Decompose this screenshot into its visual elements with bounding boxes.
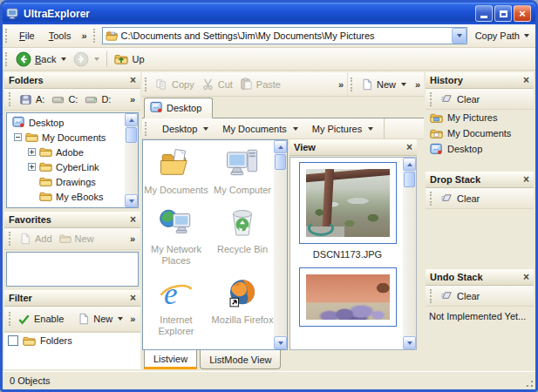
toolbar-grip[interactable] (145, 122, 148, 136)
toolbar-grip[interactable] (430, 289, 433, 303)
toolbar-grip[interactable] (351, 78, 354, 91)
menu-overflow-chevron[interactable]: » (78, 30, 90, 41)
paste-button[interactable]: Paste (236, 76, 284, 92)
copy-button[interactable]: Copy (152, 76, 198, 92)
scroll-down-button[interactable] (403, 336, 416, 349)
photo-thumbnail[interactable] (299, 267, 397, 327)
address-dropdown-button[interactable] (452, 28, 466, 44)
listview-scrollbar[interactable] (274, 140, 287, 349)
tree-item-adobe[interactable]: Adobe (9, 145, 125, 159)
drop-stack-list[interactable] (426, 209, 534, 267)
close-icon[interactable]: × (523, 174, 529, 185)
file-listview[interactable]: My Documents My Computer My Network Plac… (142, 139, 288, 350)
scroll-up-button[interactable] (274, 140, 287, 153)
tree-item-desktop[interactable]: Desktop (9, 115, 125, 130)
filter-new-button[interactable]: New (74, 311, 126, 327)
tree-item-my-ebooks[interactable]: My eBooks (9, 189, 125, 204)
listview-item-my-documents[interactable]: My Documents (143, 145, 209, 196)
tree-item-cyberlink[interactable]: CyberLink (9, 159, 125, 174)
undo-stack-clear-button[interactable]: Clear (437, 287, 483, 304)
toolbar-grip[interactable] (430, 92, 433, 106)
back-button[interactable]: Back (12, 50, 70, 69)
toolbar-grip[interactable] (9, 92, 12, 106)
tree-item-my-documents[interactable]: My Documents (9, 130, 125, 145)
scroll-down-button[interactable] (125, 194, 138, 207)
up-button[interactable]: Up (111, 51, 147, 68)
scroll-up-button[interactable] (125, 113, 138, 126)
collapse-expander[interactable] (14, 133, 22, 141)
close-button[interactable]: × (514, 5, 531, 22)
toolbar-grip[interactable] (93, 29, 97, 43)
address-input[interactable] (121, 30, 452, 41)
toolbar-grip[interactable] (5, 52, 9, 66)
close-icon[interactable]: × (406, 142, 412, 152)
breadcrumb-my-documents[interactable]: My Documents (215, 121, 304, 137)
expand-expander[interactable] (28, 148, 36, 156)
scroll-down-button[interactable] (274, 336, 287, 349)
scroll-thumb[interactable] (275, 154, 286, 170)
history-clear-button[interactable]: Clear (437, 91, 483, 107)
scroll-thumb[interactable] (404, 172, 415, 187)
checkbox-unchecked[interactable] (8, 335, 18, 346)
toolbar-overflow-chevron[interactable]: » (335, 79, 347, 90)
scroll-up-button[interactable] (403, 158, 416, 171)
drop-stack-clear-button[interactable]: Clear (437, 190, 483, 206)
favorites-list[interactable] (6, 252, 139, 287)
minimize-button[interactable] (475, 5, 493, 22)
tab-desktop[interactable]: Desktop (144, 98, 213, 118)
panel-splitter[interactable] (417, 139, 424, 350)
drive-a-button[interactable]: A: (16, 91, 48, 108)
tab-listview[interactable]: Listview (144, 350, 197, 369)
expand-expander[interactable] (28, 163, 36, 171)
menu-tools[interactable]: Tools (42, 28, 78, 44)
drive-d-button[interactable]: D: (81, 91, 114, 108)
folders-scrollbar[interactable] (125, 113, 138, 207)
cut-button[interactable]: Cut (198, 76, 236, 92)
forward-button[interactable] (70, 50, 103, 69)
listview-item-my-network-places[interactable]: My Network Places (143, 205, 209, 267)
toolbar-grip[interactable] (430, 192, 433, 206)
address-bar[interactable] (102, 27, 467, 44)
listview-item-my-computer[interactable]: My Computer (209, 145, 274, 196)
folders-panel-title: Folders (9, 75, 44, 85)
toolbar-overflow-chevron[interactable]: » (412, 79, 424, 90)
resize-grip[interactable] (523, 377, 534, 388)
photo-thumbnail[interactable] (299, 162, 397, 244)
close-icon[interactable]: × (523, 272, 529, 282)
close-icon[interactable]: × (130, 214, 136, 225)
close-icon[interactable]: × (523, 75, 529, 85)
toolbar-grip[interactable] (145, 78, 148, 91)
listview-item-internet-explorer[interactable]: Internet Explorer (143, 275, 209, 337)
new-favorite-button[interactable]: New (56, 231, 98, 247)
history-item-my-pictures[interactable]: My Pictures (426, 110, 534, 125)
filter-enable-button[interactable]: Enable (14, 311, 67, 328)
toolbar-overflow-chevron[interactable]: » (126, 233, 139, 244)
toolbar-grip[interactable] (5, 29, 9, 43)
new-button[interactable]: New (358, 77, 410, 92)
breadcrumb-desktop[interactable]: Desktop (155, 121, 215, 137)
toolbar-overflow-chevron[interactable]: » (126, 94, 139, 105)
tab-listmode-view[interactable]: ListMode View (200, 350, 281, 369)
breadcrumb-my-pictures[interactable]: My Pictures (305, 121, 380, 137)
close-icon[interactable]: × (130, 75, 136, 85)
filter-item-folders[interactable]: Folders (4, 333, 140, 348)
add-favorite-button[interactable]: Add (16, 231, 56, 247)
listview-item-recycle-bin[interactable]: Recycle Bin (209, 205, 274, 267)
drive-c-button[interactable]: C: (48, 91, 81, 108)
toolbar-grip[interactable] (9, 312, 10, 326)
toolbar-grip[interactable] (9, 232, 12, 246)
menu-file[interactable]: File (12, 28, 42, 44)
separator (106, 51, 107, 67)
scroll-thumb[interactable] (126, 127, 137, 143)
title-bar[interactable]: UltraExplorer × (3, 3, 535, 24)
close-icon[interactable]: × (130, 293, 136, 303)
view-scrollbar[interactable] (403, 158, 416, 349)
toolbar-overflow-chevron[interactable]: » (126, 314, 139, 324)
history-item-desktop[interactable]: Desktop (426, 141, 534, 157)
tree-item-drawings[interactable]: Drawings (9, 174, 125, 189)
listview-item-mozilla-firefox[interactable]: Mozilla Firefox (209, 275, 274, 337)
maximize-button[interactable] (494, 5, 512, 22)
history-item-my-documents[interactable]: My Documents (426, 125, 534, 141)
view-panel-header: View × (289, 139, 417, 156)
copy-path-button[interactable]: Copy Path (469, 28, 535, 44)
